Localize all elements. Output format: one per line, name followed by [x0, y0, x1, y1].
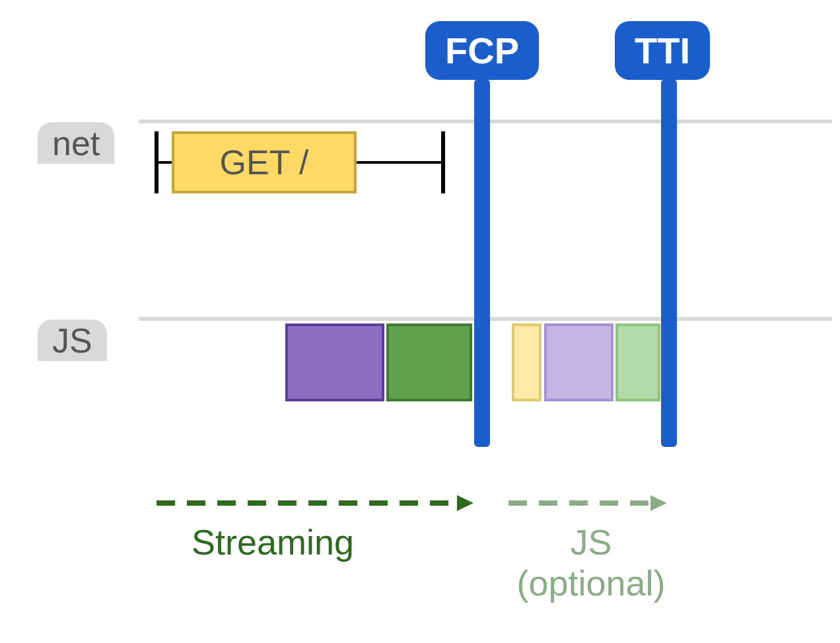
- net-request-box: GET /: [172, 131, 357, 193]
- js-optional-phase-label: JS (optional): [508, 522, 674, 603]
- tti-marker-line: [661, 79, 677, 447]
- js-block-green: [386, 323, 472, 401]
- timeline-diagram: net GET / JS FCP TTI Streaming JS (optio: [0, 0, 840, 643]
- net-whisker-cap-left: [155, 131, 158, 193]
- streaming-phase-label: Streaming: [192, 522, 354, 562]
- js-block-purple: [285, 323, 384, 401]
- js-block-purple-light: [544, 323, 613, 401]
- net-whisker-cap-right: [441, 131, 445, 193]
- streaming-arrow: [157, 490, 473, 516]
- js-row-tab: JS: [38, 320, 107, 361]
- net-request-label: GET /: [220, 143, 309, 182]
- svg-marker-1: [457, 495, 473, 511]
- tti-marker-label: TTI: [615, 21, 710, 80]
- js-row-label: JS: [52, 322, 92, 360]
- net-row-tab: net: [38, 122, 114, 164]
- net-row-label: net: [52, 124, 100, 162]
- svg-marker-3: [650, 495, 667, 511]
- js-block-yellow-light: [512, 323, 542, 401]
- fcp-marker-line: [474, 79, 490, 447]
- fcp-marker-label: FCP: [425, 21, 539, 80]
- js-block-green-light: [615, 323, 660, 401]
- js-optional-arrow: [508, 490, 667, 516]
